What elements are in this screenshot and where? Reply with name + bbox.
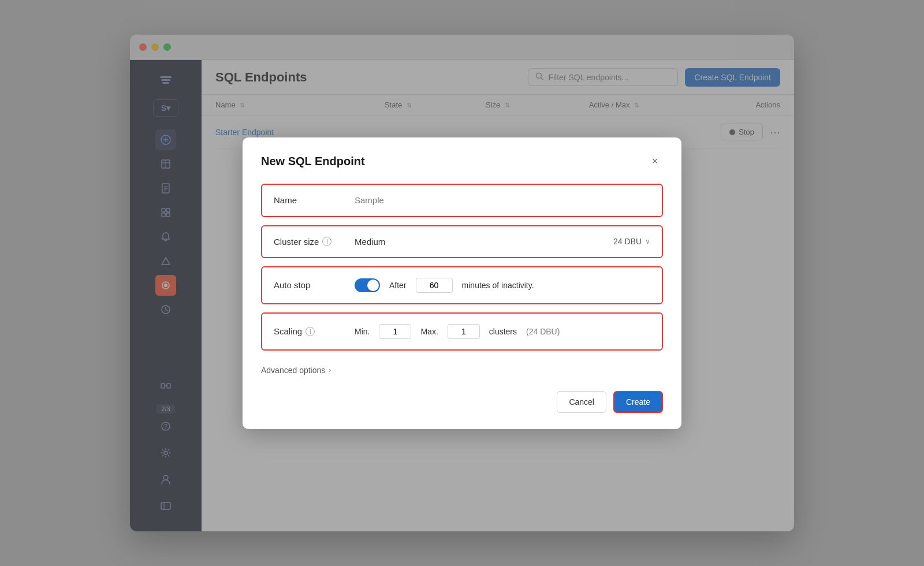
modal-footer: Cancel Create (261, 391, 663, 413)
modal-close-button[interactable]: × (647, 154, 663, 170)
cluster-size-row: Medium 24 DBU ∨ (355, 237, 650, 247)
scaling-row: Min. Max. clusters (24 DBU) (355, 324, 650, 339)
scaling-label-group: Scaling i (274, 326, 355, 336)
auto-stop-row: After minutes of inactivity. (355, 278, 650, 293)
scaling-dbu-label: (24 DBU) (526, 327, 560, 336)
name-field: Name (261, 184, 663, 217)
scaling-label: Scaling (274, 326, 302, 336)
cluster-size-content: Medium 24 DBU ∨ (355, 237, 650, 247)
advanced-options[interactable]: Advanced options › (261, 359, 663, 382)
cluster-size-dbu-dropdown[interactable]: 24 DBU ∨ (613, 237, 650, 246)
scaling-content: Min. Max. clusters (24 DBU) (355, 324, 650, 339)
cluster-size-info-icon[interactable]: i (322, 237, 331, 246)
auto-stop-field: Auto stop After minutes of inactivity. (261, 266, 663, 304)
cluster-size-value: Medium (355, 237, 385, 247)
name-field-content (355, 195, 650, 206)
name-input[interactable] (355, 195, 650, 205)
advanced-options-chevron-icon: › (329, 366, 331, 374)
max-input[interactable] (448, 324, 480, 339)
advanced-options-label: Advanced options (261, 366, 325, 375)
clusters-label: clusters (489, 327, 517, 336)
min-label: Min. (355, 327, 370, 336)
auto-stop-label: Auto stop (274, 280, 355, 290)
max-label: Max. (420, 327, 438, 336)
scaling-field: Scaling i Min. Max. clusters (24 DBU) (261, 312, 663, 351)
auto-stop-toggle[interactable] (355, 278, 380, 292)
toggle-knob (367, 280, 379, 291)
cluster-size-dbu-value: 24 DBU (613, 237, 642, 246)
chevron-down-icon: ∨ (645, 237, 650, 245)
after-label: After (389, 281, 407, 290)
min-input[interactable] (379, 324, 411, 339)
modal-header: New SQL Endpoint × (261, 154, 663, 170)
cluster-size-field: Cluster size i Medium 24 DBU ∨ (261, 225, 663, 258)
cluster-size-label-group: Cluster size i (274, 237, 355, 247)
cluster-size-label: Cluster size (274, 237, 319, 247)
new-endpoint-modal: New SQL Endpoint × Name Cluster size i M… (243, 137, 681, 429)
minutes-input[interactable] (416, 278, 453, 293)
scaling-info-icon[interactable]: i (305, 327, 315, 336)
name-label: Name (274, 195, 355, 205)
cancel-button[interactable]: Cancel (557, 391, 606, 413)
create-button[interactable]: Create (613, 391, 663, 413)
inactivity-text: minutes of inactivity. (462, 281, 534, 290)
modal-overlay[interactable]: New SQL Endpoint × Name Cluster size i M… (0, 0, 924, 566)
auto-stop-content: After minutes of inactivity. (355, 278, 650, 293)
modal-title: New SQL Endpoint (261, 155, 365, 168)
